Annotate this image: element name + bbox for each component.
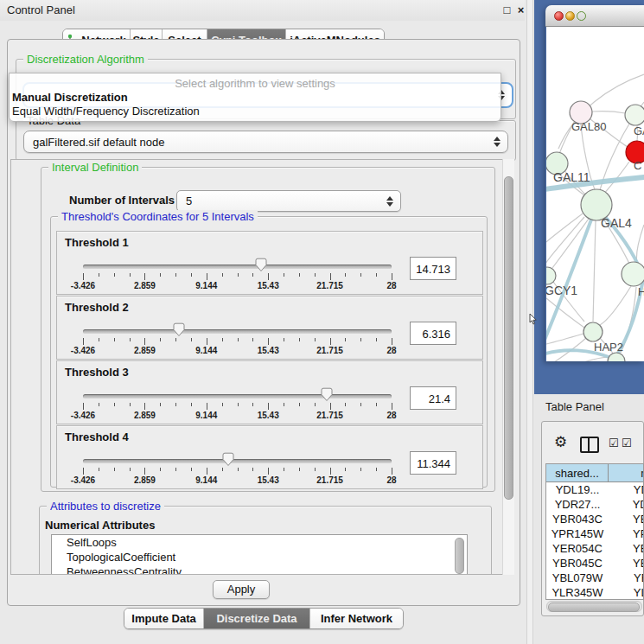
- threshold-slider-thumb[interactable]: [221, 452, 235, 467]
- tick-mark: [114, 468, 115, 471]
- network-view-window[interactable]: GAL80GACGAL11GAL4GCY1HHAP2: [545, 5, 644, 361]
- mouse-cursor: [529, 314, 538, 325]
- checkbox-icon[interactable]: ☑: [622, 437, 632, 450]
- threshold-value-field[interactable]: 11.344: [410, 451, 456, 475]
- tick-mark: [130, 403, 131, 406]
- table-cell[interactable]: YLR3: [609, 585, 644, 600]
- tick-label: 28: [386, 346, 396, 355]
- table-cell[interactable]: YDR27...: [546, 497, 609, 512]
- tick-mark: [114, 338, 115, 341]
- threshold-value-field[interactable]: 21.4: [410, 386, 456, 410]
- column-header-shared-name[interactable]: shared...: [546, 464, 609, 482]
- network-node-label: GA: [634, 124, 644, 137]
- table-cell[interactable]: YLR345W: [546, 585, 609, 600]
- table-cell[interactable]: YPR145W: [546, 526, 609, 541]
- list-item[interactable]: BetweennessCentrality: [52, 564, 467, 575]
- threshold-slider-track[interactable]: [83, 459, 392, 463]
- tick-mark: [284, 468, 284, 471]
- threshold-slider-thumb[interactable]: [254, 258, 268, 272]
- network-node[interactable]: [583, 322, 603, 341]
- table-row[interactable]: YDR27...YDR2: [546, 497, 643, 512]
- tick-mark: [330, 403, 331, 410]
- tick-mark: [299, 338, 300, 341]
- column-header-name[interactable]: na: [609, 464, 644, 482]
- gear-icon[interactable]: ⚙: [554, 433, 567, 451]
- table-cell[interactable]: YBR0: [609, 556, 644, 571]
- table-cell[interactable]: YBR043C: [546, 512, 609, 526]
- threshold-value-field[interactable]: 14.713: [410, 257, 456, 280]
- tick-mark: [376, 338, 377, 341]
- table-cell[interactable]: YBL079W: [546, 571, 609, 585]
- table-data-combobox[interactable]: galFiltered.sif default node: [23, 131, 508, 153]
- tick-mark: [252, 468, 253, 471]
- zoom-traffic-light[interactable]: [577, 11, 586, 21]
- network-canvas[interactable]: GAL80GACGAL11GAL4GCY1HHAP2: [546, 27, 644, 361]
- table-cell[interactable]: YDR2: [609, 497, 644, 512]
- stepper-icon: [386, 196, 393, 207]
- table-cell[interactable]: YER054C: [546, 541, 609, 556]
- tick-mark: [160, 468, 161, 471]
- list-item[interactable]: TopologicalCoefficient: [52, 550, 467, 564]
- table-cell[interactable]: YBL0: [609, 571, 644, 585]
- apply-button[interactable]: Apply: [213, 580, 270, 599]
- float-window-icon[interactable]: □: [501, 3, 513, 16]
- tick-mark: [392, 338, 392, 345]
- table-cell[interactable]: YDL19...: [546, 482, 609, 497]
- network-window-titlebar[interactable]: [545, 5, 644, 27]
- checkbox-icon[interactable]: ☑: [609, 437, 619, 450]
- close-traffic-light[interactable]: [554, 11, 564, 21]
- tick-mark: [114, 403, 115, 406]
- network-node[interactable]: [625, 105, 644, 125]
- list-item[interactable]: SelfLoops: [52, 535, 467, 550]
- tick-mark: [252, 273, 253, 277]
- table-row[interactable]: YLR345WYLR3: [546, 585, 643, 600]
- tick-mark: [330, 338, 331, 345]
- tab-discretize-data[interactable]: Discretize Data: [204, 609, 310, 628]
- tick-mark: [252, 338, 253, 341]
- threshold-slider-thumb[interactable]: [320, 387, 334, 402]
- table-cell[interactable]: YBR045C: [546, 556, 609, 571]
- tick-mark: [376, 273, 377, 277]
- tick-mark: [175, 273, 176, 277]
- tick-label: -3.426: [71, 281, 95, 290]
- number-of-intervals-combobox[interactable]: 5: [176, 190, 401, 212]
- scrollbar-thumb[interactable]: [504, 176, 513, 500]
- table-cell[interactable]: YDL1: [609, 482, 644, 497]
- tab-infer-network[interactable]: Infer Network: [310, 609, 403, 628]
- table-cell[interactable]: YPR1: [609, 526, 644, 541]
- tick-mark: [130, 273, 131, 277]
- list-scrollbar[interactable]: [455, 538, 464, 574]
- network-node[interactable]: [546, 267, 556, 284]
- horizontal-scrollbar-thumb[interactable]: [548, 603, 640, 612]
- tick-mark: [191, 468, 192, 471]
- table-row[interactable]: YER054CYER0: [546, 541, 643, 556]
- threshold-slider-track[interactable]: [83, 265, 392, 269]
- table-cell[interactable]: YBR0: [609, 512, 644, 526]
- table-row[interactable]: YBR043CYBR0: [546, 512, 643, 526]
- threshold-slider-track[interactable]: [83, 329, 392, 334]
- table-row[interactable]: YBL079WYBL0: [546, 571, 643, 585]
- tick-label: 2.859: [134, 475, 156, 485]
- threshold-value-field[interactable]: 6.316: [410, 322, 456, 345]
- minimize-traffic-light[interactable]: [565, 11, 575, 21]
- table-row[interactable]: YBR045CYBR0: [546, 556, 643, 571]
- dropdown-option-equal-width-frequency[interactable]: Equal Width/Frequency Discretization: [12, 105, 200, 118]
- table-row[interactable]: YDL19...YDL1: [546, 482, 643, 497]
- threshold-panel: Threshold 2-3.4262.8599.14415.4321.71528…: [56, 296, 483, 360]
- tab-impute-data[interactable]: Impute Data: [124, 609, 204, 628]
- tick-mark: [315, 468, 316, 471]
- tick-mark: [144, 468, 145, 475]
- threshold-slider-track[interactable]: [83, 394, 392, 399]
- column-layout-icon[interactable]: [580, 437, 599, 453]
- dropdown-option-manual-discretization[interactable]: Manual Discretization: [12, 91, 128, 104]
- tick-label: 2.859: [134, 346, 156, 355]
- table-cell[interactable]: YER0: [609, 541, 644, 556]
- tick-mark: [99, 403, 99, 406]
- tick-mark: [222, 403, 223, 406]
- tick-mark: [191, 338, 192, 341]
- threshold-slider-thumb[interactable]: [172, 322, 186, 337]
- network-node[interactable]: [622, 262, 644, 286]
- close-icon[interactable]: ×: [514, 3, 527, 16]
- table-row[interactable]: YPR145WYPR1: [546, 526, 643, 541]
- network-node[interactable]: [608, 353, 625, 361]
